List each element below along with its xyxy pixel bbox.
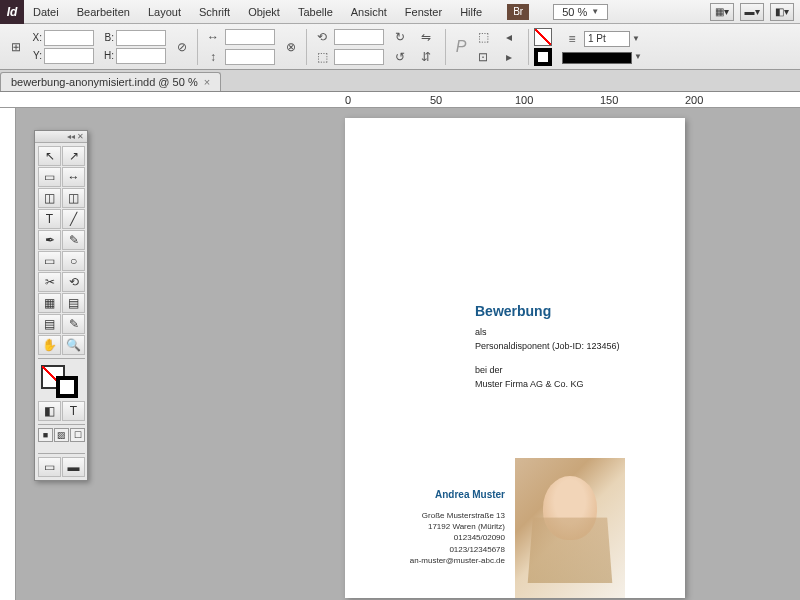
menu-bar: Id Datei Bearbeiten Layout Schrift Objek… xyxy=(0,0,800,24)
shear-icon: ⬚ xyxy=(312,48,332,66)
rotate-cw-icon[interactable]: ↻ xyxy=(390,28,410,46)
gradient-swatch-tool[interactable]: ▦ xyxy=(38,293,61,313)
vertical-ruler xyxy=(0,108,16,600)
select-content-icon[interactable]: ⊡ xyxy=(473,48,493,66)
dropdown-icon: ▼ xyxy=(591,7,599,16)
menu-objekt[interactable]: Objekt xyxy=(239,2,289,22)
scale-y-field[interactable] xyxy=(225,49,275,65)
line-tool[interactable]: ╱ xyxy=(62,209,85,229)
height-field[interactable] xyxy=(116,48,166,64)
width-field[interactable] xyxy=(116,30,166,46)
applicant-phone1: 012345/02090 xyxy=(390,532,505,543)
p-icon[interactable]: P xyxy=(451,38,471,56)
scale-y-icon: ↕ xyxy=(203,48,223,66)
menu-schrift[interactable]: Schrift xyxy=(190,2,239,22)
rotate-field[interactable] xyxy=(334,29,384,45)
eyedropper-tool[interactable]: ✎ xyxy=(62,314,85,334)
apply-modes: ■ ▨ ☐ xyxy=(38,428,85,450)
applicant-email: an-muster@muster-abc.de xyxy=(390,555,505,566)
rectangle-frame-tool[interactable]: ▭ xyxy=(38,251,61,271)
dropdown-icon[interactable]: ▼ xyxy=(634,52,642,61)
page-tool[interactable]: ▭ xyxy=(38,167,61,187)
b-label: B: xyxy=(100,32,114,43)
view-options-icon[interactable]: ▦▾ xyxy=(710,3,734,21)
gap-tool[interactable]: ↔ xyxy=(62,167,85,187)
document-page[interactable]: Bewerbung als Personaldisponent (Job-ID:… xyxy=(345,118,685,598)
document-tab[interactable]: bewerbung-anonymisiert.indd @ 50 % × xyxy=(0,72,221,91)
normal-view-icon[interactable]: ▭ xyxy=(38,457,61,477)
selection-tool[interactable]: ↖ xyxy=(38,146,61,166)
shear-field[interactable] xyxy=(334,49,384,65)
constrain-icon[interactable]: ⊗ xyxy=(281,38,301,56)
rotate-ccw-icon[interactable]: ↺ xyxy=(390,48,410,66)
x-label: X: xyxy=(28,32,42,43)
apply-gradient-icon[interactable]: ▨ xyxy=(54,428,69,442)
scale-x-field[interactable] xyxy=(225,29,275,45)
menu-tabelle[interactable]: Tabelle xyxy=(289,2,342,22)
y-label: Y: xyxy=(28,50,42,61)
pen-tool[interactable]: ✒ xyxy=(38,230,61,250)
menu-ansicht[interactable]: Ansicht xyxy=(342,2,396,22)
document-tab-title: bewerbung-anonymisiert.indd @ 50 % xyxy=(11,76,198,88)
applicant-city: 17192 Waren (Müritz) xyxy=(390,521,505,532)
x-field[interactable] xyxy=(44,30,94,46)
select-container-icon[interactable]: ⬚ xyxy=(473,28,493,46)
stroke-weight-field[interactable]: 1 Pt xyxy=(584,31,630,47)
fill-swatch[interactable] xyxy=(534,28,552,46)
bridge-icon[interactable]: Br xyxy=(507,4,529,20)
apply-color-icon[interactable]: ■ xyxy=(38,428,53,442)
page-line-company: Muster Firma AG & Co. KG xyxy=(475,378,584,392)
horizontal-ruler: 0 50 100 150 200 xyxy=(0,92,800,108)
select-next-icon[interactable]: ▸ xyxy=(499,48,519,66)
stroke-swatch[interactable] xyxy=(534,48,552,66)
zoom-level[interactable]: 50 %▼ xyxy=(553,4,608,20)
applicant-block: Andrea Muster Große Musterstraße 13 1719… xyxy=(390,488,505,566)
page-title: Bewerbung xyxy=(475,303,551,319)
link-icon[interactable]: ⊘ xyxy=(172,38,192,56)
close-icon[interactable]: × xyxy=(204,76,210,88)
free-transform-tool[interactable]: ⟲ xyxy=(62,272,85,292)
y-field[interactable] xyxy=(44,48,94,64)
screen-mode-icon[interactable]: ▬▾ xyxy=(740,3,764,21)
zoom-tool[interactable]: 🔍 xyxy=(62,335,85,355)
page-line-position: Personaldisponent (Job-ID: 123456) xyxy=(475,340,620,354)
menu-fenster[interactable]: Fenster xyxy=(396,2,451,22)
select-prev-icon[interactable]: ◂ xyxy=(499,28,519,46)
fill-stroke-swatch[interactable] xyxy=(40,364,83,398)
direct-selection-tool[interactable]: ↗ xyxy=(62,146,85,166)
scissors-tool[interactable]: ✂ xyxy=(38,272,61,292)
apply-none-icon[interactable]: ☐ xyxy=(70,428,85,442)
type-tool[interactable]: T xyxy=(38,209,61,229)
pencil-tool[interactable]: ✎ xyxy=(62,230,85,250)
app-logo: Id xyxy=(0,0,24,24)
toolbox-header[interactable]: ◂◂ ✕ xyxy=(35,131,87,143)
toolbox-panel: ◂◂ ✕ ↖ ↗ ▭ ↔ ◫ ◫ T ╱ ✒ ✎ ▭ ○ ✂ ⟲ ▦ ▤ ▤ ✎… xyxy=(34,130,88,481)
control-bar: ⊞ X: Y: B: H: ⊘ ↔ ↕ ⊗ ⟲ ⬚ ↻ ↺ ⇋ ⇵ P ⬚ ⊡ … xyxy=(0,24,800,70)
formatting-text-icon[interactable]: T xyxy=(62,401,85,421)
flip-h-icon[interactable]: ⇋ xyxy=(416,28,436,46)
document-tab-bar: bewerbung-anonymisiert.indd @ 50 % × xyxy=(0,70,800,92)
gradient-feather-tool[interactable]: ▤ xyxy=(62,293,85,313)
workspace: Bewerbung als Personaldisponent (Job-ID:… xyxy=(0,108,800,600)
menu-hilfe[interactable]: Hilfe xyxy=(451,2,491,22)
applicant-street: Große Musterstraße 13 xyxy=(390,510,505,521)
zoom-value: 50 % xyxy=(562,6,587,18)
hand-tool[interactable]: ✋ xyxy=(38,335,61,355)
stroke-weight-icon: ≡ xyxy=(562,30,582,48)
menu-bearbeiten[interactable]: Bearbeiten xyxy=(68,2,139,22)
note-tool[interactable]: ▤ xyxy=(38,314,61,334)
preview-view-icon[interactable]: ▬ xyxy=(62,457,85,477)
applicant-photo xyxy=(515,458,625,598)
dropdown-icon[interactable]: ▼ xyxy=(632,34,640,43)
page-line-als: als xyxy=(475,326,487,340)
ellipse-tool[interactable]: ○ xyxy=(62,251,85,271)
stroke-style[interactable] xyxy=(562,52,632,64)
content-collector-tool[interactable]: ◫ xyxy=(38,188,61,208)
reference-point-icon[interactable]: ⊞ xyxy=(6,38,26,56)
menu-layout[interactable]: Layout xyxy=(139,2,190,22)
arrange-icon[interactable]: ◧▾ xyxy=(770,3,794,21)
menu-datei[interactable]: Datei xyxy=(24,2,68,22)
flip-v-icon[interactable]: ⇵ xyxy=(416,48,436,66)
content-placer-tool[interactable]: ◫ xyxy=(62,188,85,208)
formatting-container-icon[interactable]: ◧ xyxy=(38,401,61,421)
